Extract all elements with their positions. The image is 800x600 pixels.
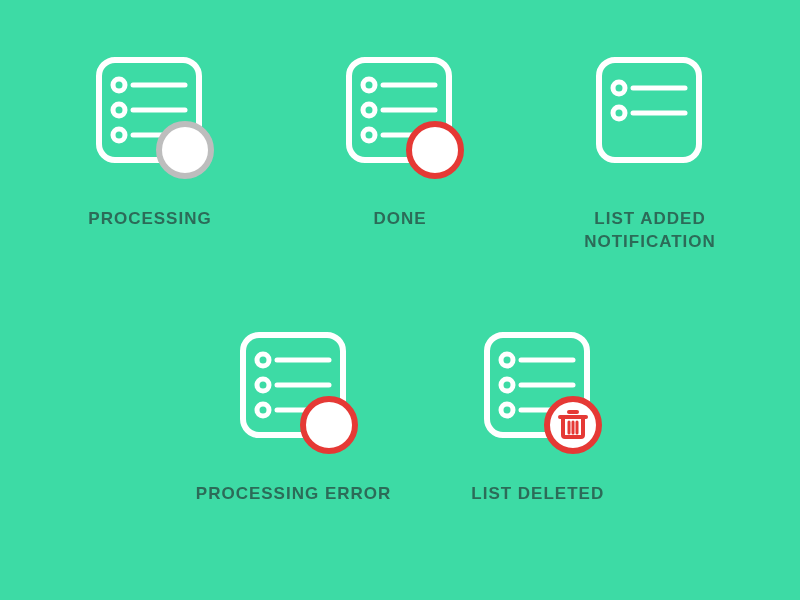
svg-point-16	[613, 107, 625, 119]
svg-point-20	[257, 354, 269, 366]
svg-point-3	[113, 129, 125, 141]
label-list-deleted: LIST DELETED	[471, 483, 604, 506]
trash-icon	[547, 399, 599, 451]
svg-point-2	[113, 104, 125, 116]
svg-point-1	[113, 79, 125, 91]
list-icon-error	[229, 315, 359, 465]
label-done: DONE	[373, 208, 426, 231]
badge-red-circle-icon	[303, 399, 355, 451]
svg-point-28	[501, 379, 513, 391]
svg-point-21	[257, 379, 269, 391]
label-processing: PROCESSING	[88, 208, 211, 231]
icon-done: DONE	[280, 40, 520, 295]
label-processing-error: PROCESSING ERROR	[196, 483, 391, 506]
svg-point-29	[501, 404, 513, 416]
icon-list-deleted: LIST DELETED	[471, 315, 604, 570]
list-icon-added	[585, 40, 715, 190]
list-icon-processing	[85, 40, 215, 190]
svg-point-27	[501, 354, 513, 366]
svg-point-8	[363, 79, 375, 91]
label-list-added: LIST ADDED NOTIFICATION	[550, 208, 750, 254]
badge-red-circle-icon	[409, 124, 461, 176]
icon-processing-error: PROCESSING ERROR	[196, 315, 391, 570]
list-icon-done	[335, 40, 465, 190]
icon-list-added: LIST ADDED NOTIFICATION	[530, 40, 770, 295]
icon-processing: PROCESSING	[30, 40, 270, 295]
svg-point-22	[257, 404, 269, 416]
svg-point-9	[363, 104, 375, 116]
svg-point-10	[363, 129, 375, 141]
svg-point-15	[613, 82, 625, 94]
list-icon-deleted	[473, 315, 603, 465]
badge-gray-circle-icon	[159, 124, 211, 176]
